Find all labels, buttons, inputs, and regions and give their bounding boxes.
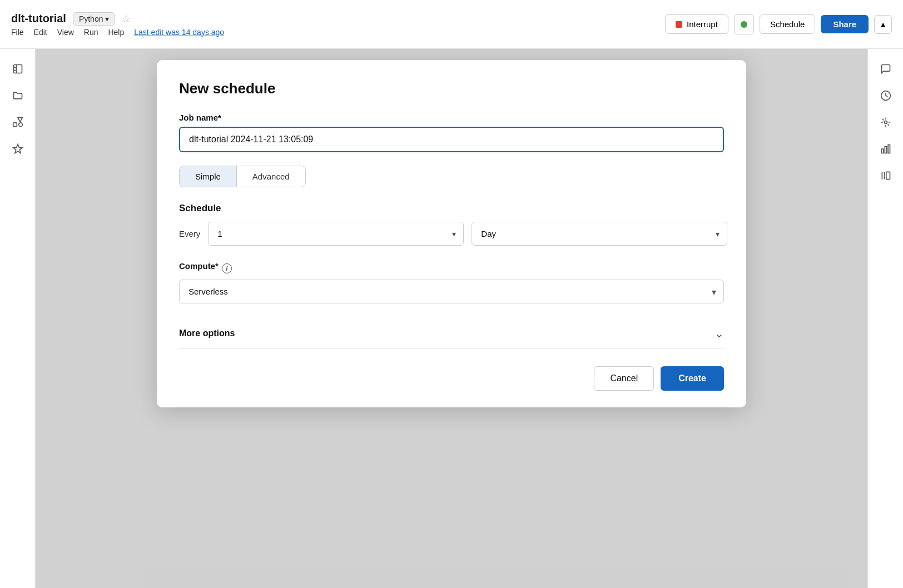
sidebar-item-chart[interactable]: [875, 138, 897, 160]
compute-info-icon[interactable]: i: [222, 263, 232, 273]
compute-label: Compute*: [179, 261, 219, 271]
menu-help[interactable]: Help: [108, 28, 124, 37]
menu-file[interactable]: File: [11, 28, 24, 37]
tab-simple[interactable]: Simple: [180, 166, 237, 187]
svg-marker-6: [18, 118, 22, 122]
new-schedule-modal: New schedule Job name* Simple Advanced S…: [157, 60, 746, 407]
interrupt-label: Interrupt: [687, 19, 718, 29]
svg-rect-0: [13, 65, 22, 73]
topbar: dlt-tutorial Python ▾ ☆ File Edit View R…: [0, 0, 903, 49]
more-options-chevron-icon: ⌄: [715, 327, 724, 340]
sidebar-item-folder[interactable]: [7, 84, 29, 107]
menu-view[interactable]: View: [57, 28, 74, 37]
schedule-section-title: Schedule: [179, 203, 724, 214]
last-edit-label[interactable]: Last edit was 14 days ago: [134, 28, 224, 37]
main-content: New schedule Job name* Simple Advanced S…: [36, 49, 867, 588]
menu-run[interactable]: Run: [84, 28, 98, 37]
every-unit-select[interactable]: Minute Hour Day Week Month: [472, 222, 727, 246]
star-icon[interactable]: ☆: [122, 13, 131, 25]
svg-rect-11: [885, 147, 886, 153]
svg-point-9: [884, 121, 887, 124]
job-name-label: Job name*: [179, 113, 724, 122]
more-options-label: More options: [179, 328, 235, 338]
chevron-down-icon: ▾: [105, 14, 109, 23]
svg-point-5: [18, 123, 22, 127]
language-label: Python: [79, 14, 103, 23]
every-label: Every: [179, 229, 200, 238]
svg-marker-7: [13, 144, 22, 153]
left-sidebar: [0, 49, 36, 588]
modal-overlay: New schedule Job name* Simple Advanced S…: [36, 49, 867, 588]
topbar-row1: dlt-tutorial Python ▾ ☆: [11, 12, 224, 26]
interrupt-icon: [676, 21, 682, 28]
every-unit-wrapper: Minute Hour Day Week Month ▾: [472, 222, 727, 246]
menu-row: File Edit View Run Help Last edit was 14…: [11, 28, 224, 37]
schedule-button[interactable]: Schedule: [760, 14, 816, 34]
create-button[interactable]: Create: [661, 366, 724, 391]
svg-rect-10: [881, 149, 883, 153]
language-selector[interactable]: Python ▾: [73, 12, 116, 26]
topbar-right: Interrupt Schedule Share ▲: [665, 14, 892, 34]
green-status-dot: [741, 21, 747, 28]
modal-footer: Cancel Create: [179, 362, 724, 391]
share-button[interactable]: Share: [821, 15, 869, 33]
schedule-row: Every 1 2 3 4 5 ▾ Minute Hour Day: [179, 222, 724, 246]
svg-rect-4: [13, 123, 17, 127]
more-options-row[interactable]: More options ⌄: [179, 319, 724, 348]
tab-advanced[interactable]: Advanced: [237, 166, 305, 187]
cancel-button[interactable]: Cancel: [594, 366, 654, 391]
schedule-type-tabs: Simple Advanced: [179, 166, 306, 187]
sidebar-item-history[interactable]: [875, 84, 897, 107]
app-title: dlt-tutorial: [11, 12, 66, 25]
compute-section: Compute* i Serverless Standard High Perf…: [179, 261, 724, 303]
interrupt-button[interactable]: Interrupt: [665, 14, 728, 34]
compute-label-row: Compute* i: [179, 261, 724, 275]
sidebar-item-star[interactable]: [7, 138, 29, 160]
menu-edit[interactable]: Edit: [34, 28, 47, 37]
compute-select[interactable]: Serverless Standard High Performance: [179, 280, 724, 303]
topbar-left: dlt-tutorial Python ▾ ☆ File Edit View R…: [11, 12, 224, 37]
every-number-select[interactable]: 1 2 3 4 5: [208, 222, 464, 246]
sidebar-item-comment[interactable]: [875, 58, 897, 80]
compute-select-wrapper: Serverless Standard High Performance ▾: [179, 280, 724, 303]
svg-rect-15: [886, 172, 890, 179]
sidebar-item-variable[interactable]: [875, 111, 897, 133]
sidebar-item-library[interactable]: [875, 165, 897, 187]
job-name-input[interactable]: [179, 127, 724, 152]
sidebar-item-notebook[interactable]: [7, 58, 29, 80]
svg-rect-12: [888, 145, 890, 153]
modal-title: New schedule: [179, 80, 724, 97]
sidebar-item-shapes[interactable]: [7, 111, 29, 133]
right-sidebar: [867, 49, 903, 588]
every-number-wrapper: 1 2 3 4 5 ▾: [208, 222, 464, 246]
collapse-button[interactable]: ▲: [874, 15, 892, 34]
status-dot-button[interactable]: [734, 14, 754, 34]
